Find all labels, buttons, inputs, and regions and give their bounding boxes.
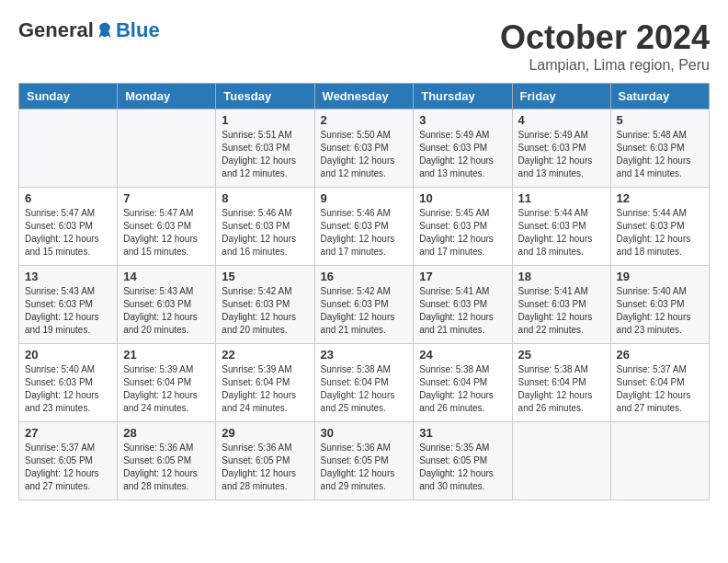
- calendar-week-row: 20Sunrise: 5:40 AM Sunset: 6:03 PM Dayli…: [19, 344, 710, 422]
- day-number: 25: [518, 348, 605, 362]
- day-number: 19: [617, 270, 703, 283]
- day-info: Sunrise: 5:39 AM Sunset: 6:04 PM Dayligh…: [222, 363, 308, 415]
- day-number: 12: [617, 191, 703, 205]
- day-info: Sunrise: 5:40 AM Sunset: 6:03 PM Dayligh…: [617, 285, 703, 337]
- day-number: 6: [25, 191, 111, 205]
- calendar-cell: 25Sunrise: 5:38 AM Sunset: 6:04 PM Dayli…: [512, 344, 610, 422]
- calendar-cell: 21Sunrise: 5:39 AM Sunset: 6:04 PM Dayli…: [118, 344, 216, 422]
- day-info: Sunrise: 5:51 AM Sunset: 6:03 PM Dayligh…: [222, 129, 308, 180]
- day-info: Sunrise: 5:49 AM Sunset: 6:03 PM Dayligh…: [518, 129, 605, 180]
- calendar-cell: 3Sunrise: 5:49 AM Sunset: 6:03 PM Daylig…: [414, 109, 512, 188]
- calendar-cell: 6Sunrise: 5:47 AM Sunset: 6:03 PM Daylig…: [19, 188, 118, 266]
- day-info: Sunrise: 5:38 AM Sunset: 6:04 PM Dayligh…: [419, 363, 506, 415]
- title-section: October 2024 Lampian, Lima region, Peru: [500, 18, 710, 74]
- calendar-week-row: 1Sunrise: 5:51 AM Sunset: 6:03 PM Daylig…: [19, 109, 710, 188]
- day-info: Sunrise: 5:48 AM Sunset: 6:03 PM Dayligh…: [617, 129, 703, 180]
- day-number: 28: [123, 426, 210, 440]
- logo-bird-icon: [96, 21, 114, 40]
- day-number: 5: [617, 113, 703, 127]
- calendar-cell: 20Sunrise: 5:40 AM Sunset: 6:03 PM Dayli…: [19, 344, 118, 422]
- day-number: 3: [419, 113, 506, 127]
- day-number: 18: [518, 270, 605, 283]
- day-info: Sunrise: 5:39 AM Sunset: 6:04 PM Dayligh…: [123, 363, 210, 415]
- day-number: 31: [419, 426, 506, 440]
- calendar-cell: 8Sunrise: 5:46 AM Sunset: 6:03 PM Daylig…: [216, 188, 314, 266]
- calendar-week-row: 27Sunrise: 5:37 AM Sunset: 6:05 PM Dayli…: [19, 422, 710, 500]
- calendar-cell: 26Sunrise: 5:37 AM Sunset: 6:04 PM Dayli…: [610, 344, 709, 422]
- calendar-cell: 14Sunrise: 5:43 AM Sunset: 6:03 PM Dayli…: [118, 266, 216, 344]
- day-info: Sunrise: 5:50 AM Sunset: 6:03 PM Dayligh…: [321, 129, 408, 180]
- day-number: 30: [321, 426, 408, 440]
- calendar-cell: 29Sunrise: 5:36 AM Sunset: 6:05 PM Dayli…: [216, 422, 314, 500]
- calendar-cell: [19, 109, 118, 188]
- day-number: 15: [222, 270, 308, 283]
- day-number: 16: [321, 270, 408, 283]
- calendar-cell: 13Sunrise: 5:43 AM Sunset: 6:03 PM Dayli…: [19, 266, 118, 344]
- calendar-table: SundayMondayTuesdayWednesdayThursdayFrid…: [18, 83, 710, 500]
- calendar-cell: 27Sunrise: 5:37 AM Sunset: 6:05 PM Dayli…: [19, 422, 118, 500]
- month-title: October 2024: [500, 18, 710, 57]
- calendar-cell: [118, 109, 216, 188]
- calendar-cell: 1Sunrise: 5:51 AM Sunset: 6:03 PM Daylig…: [216, 109, 314, 188]
- logo-general: General: [18, 18, 94, 42]
- day-number: 10: [419, 191, 506, 205]
- calendar-week-row: 6Sunrise: 5:47 AM Sunset: 6:03 PM Daylig…: [19, 188, 710, 266]
- day-info: Sunrise: 5:45 AM Sunset: 6:03 PM Dayligh…: [419, 207, 506, 259]
- day-info: Sunrise: 5:42 AM Sunset: 6:03 PM Dayligh…: [222, 285, 308, 337]
- calendar-cell: 16Sunrise: 5:42 AM Sunset: 6:03 PM Dayli…: [314, 266, 414, 344]
- calendar-cell: 23Sunrise: 5:38 AM Sunset: 6:04 PM Dayli…: [314, 344, 414, 422]
- day-number: 23: [321, 348, 408, 362]
- calendar-cell: 15Sunrise: 5:42 AM Sunset: 6:03 PM Dayli…: [216, 266, 314, 344]
- calendar-cell: 17Sunrise: 5:41 AM Sunset: 6:03 PM Dayli…: [414, 266, 512, 344]
- calendar-cell: 4Sunrise: 5:49 AM Sunset: 6:03 PM Daylig…: [512, 109, 610, 188]
- logo: General Blue: [18, 18, 160, 42]
- calendar-header-row: SundayMondayTuesdayWednesdayThursdayFrid…: [19, 84, 710, 109]
- day-info: Sunrise: 5:36 AM Sunset: 6:05 PM Dayligh…: [321, 442, 408, 493]
- day-number: 8: [222, 191, 308, 205]
- day-number: 17: [419, 270, 506, 283]
- day-number: 11: [518, 191, 605, 205]
- calendar-cell: 31Sunrise: 5:35 AM Sunset: 6:05 PM Dayli…: [414, 422, 512, 500]
- day-number: 27: [25, 426, 111, 440]
- day-number: 13: [25, 270, 111, 283]
- calendar-cell: 11Sunrise: 5:44 AM Sunset: 6:03 PM Dayli…: [512, 188, 610, 266]
- day-info: Sunrise: 5:37 AM Sunset: 6:04 PM Dayligh…: [617, 363, 703, 415]
- day-number: 22: [222, 348, 308, 362]
- day-info: Sunrise: 5:43 AM Sunset: 6:03 PM Dayligh…: [25, 285, 111, 337]
- day-number: 1: [222, 113, 308, 127]
- calendar-cell: 9Sunrise: 5:46 AM Sunset: 6:03 PM Daylig…: [314, 188, 414, 266]
- day-number: 20: [25, 348, 111, 362]
- day-info: Sunrise: 5:44 AM Sunset: 6:03 PM Dayligh…: [518, 207, 605, 259]
- day-info: Sunrise: 5:46 AM Sunset: 6:03 PM Dayligh…: [222, 207, 308, 259]
- calendar-cell: 2Sunrise: 5:50 AM Sunset: 6:03 PM Daylig…: [314, 109, 414, 188]
- day-info: Sunrise: 5:46 AM Sunset: 6:03 PM Dayligh…: [321, 207, 408, 259]
- calendar-cell: [512, 422, 610, 500]
- calendar-cell: [610, 422, 709, 500]
- day-info: Sunrise: 5:37 AM Sunset: 6:05 PM Dayligh…: [25, 442, 111, 493]
- day-number: 2: [321, 113, 408, 127]
- day-info: Sunrise: 5:44 AM Sunset: 6:03 PM Dayligh…: [617, 207, 703, 259]
- day-number: 9: [321, 191, 408, 205]
- location-subtitle: Lampian, Lima region, Peru: [500, 57, 710, 74]
- logo-blue: Blue: [116, 18, 160, 42]
- calendar-cell: 30Sunrise: 5:36 AM Sunset: 6:05 PM Dayli…: [314, 422, 414, 500]
- day-info: Sunrise: 5:42 AM Sunset: 6:03 PM Dayligh…: [321, 285, 408, 337]
- day-info: Sunrise: 5:38 AM Sunset: 6:04 PM Dayligh…: [321, 363, 408, 415]
- day-info: Sunrise: 5:40 AM Sunset: 6:03 PM Dayligh…: [25, 363, 111, 415]
- calendar-week-row: 13Sunrise: 5:43 AM Sunset: 6:03 PM Dayli…: [19, 266, 710, 344]
- day-number: 21: [123, 348, 210, 362]
- day-info: Sunrise: 5:43 AM Sunset: 6:03 PM Dayligh…: [123, 285, 210, 337]
- calendar-cell: 5Sunrise: 5:48 AM Sunset: 6:03 PM Daylig…: [610, 109, 709, 188]
- calendar-header-sunday: Sunday: [19, 84, 118, 109]
- calendar-cell: 7Sunrise: 5:47 AM Sunset: 6:03 PM Daylig…: [118, 188, 216, 266]
- day-number: 29: [222, 426, 308, 440]
- calendar-cell: 28Sunrise: 5:36 AM Sunset: 6:05 PM Dayli…: [118, 422, 216, 500]
- calendar-header-wednesday: Wednesday: [314, 84, 414, 109]
- day-number: 7: [123, 191, 210, 205]
- calendar-cell: 18Sunrise: 5:41 AM Sunset: 6:03 PM Dayli…: [512, 266, 610, 344]
- day-number: 26: [617, 348, 703, 362]
- calendar-cell: 19Sunrise: 5:40 AM Sunset: 6:03 PM Dayli…: [610, 266, 709, 344]
- calendar-cell: 10Sunrise: 5:45 AM Sunset: 6:03 PM Dayli…: [414, 188, 512, 266]
- day-info: Sunrise: 5:38 AM Sunset: 6:04 PM Dayligh…: [518, 363, 605, 415]
- day-number: 24: [419, 348, 506, 362]
